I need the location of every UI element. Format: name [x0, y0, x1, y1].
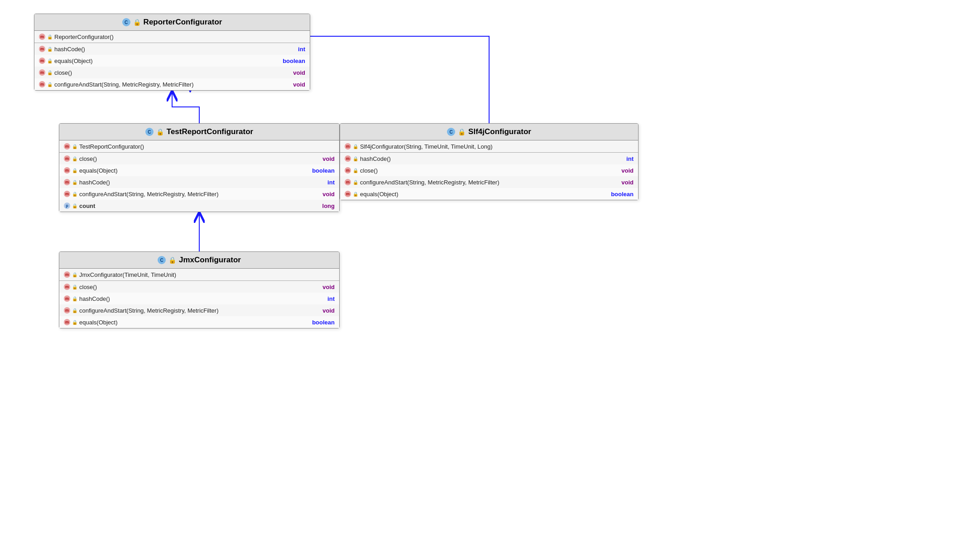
method-icon: m: [39, 81, 45, 87]
method-icon: m: [345, 143, 351, 150]
table-row: m 🔒 configureAndStart(String, MetricRegi…: [59, 188, 339, 200]
method-label: JmxConfigurator(TimeUnit, TimeUnit): [79, 271, 335, 278]
return-type: void: [621, 167, 634, 174]
table-row: m 🔒 equals(Object) boolean: [59, 164, 339, 176]
table-row: m 🔒 equals(Object) boolean: [340, 188, 638, 200]
method-icon: m: [39, 34, 45, 40]
table-row: m 🔒 equals(Object) boolean: [59, 316, 339, 328]
method-icon: m: [345, 179, 351, 185]
method-icon: m: [39, 46, 45, 52]
lock-small-icon: 🔒: [72, 168, 77, 173]
reporter-configurator-header: C 🔒 ReporterConfigurator: [34, 14, 310, 31]
class-c-icon: C: [447, 128, 455, 136]
method-label: Slf4jConfigurator(String, TimeUnit, Time…: [360, 143, 634, 150]
table-row: m 🔒 configureAndStart(String, MetricRegi…: [34, 78, 310, 90]
lock-icon: 🔒: [168, 256, 176, 264]
lock-small-icon: 🔒: [47, 34, 53, 39]
lock-small-icon: 🔒: [353, 144, 358, 149]
return-type: int: [327, 295, 335, 302]
lock-icon: 🔒: [133, 19, 141, 26]
return-type: boolean: [312, 167, 335, 174]
slf4j-configurator-header: C 🔒 Slf4jConfigurator: [340, 124, 638, 140]
slf4j-configurator-title: Slf4jConfigurator: [468, 127, 531, 136]
method-icon: m: [64, 307, 70, 314]
lock-small-icon: 🔒: [72, 296, 77, 301]
constructor-section: m 🔒 Slf4jConfigurator(String, TimeUnit, …: [340, 140, 638, 153]
method-icon: m: [64, 284, 70, 290]
return-type: int: [327, 179, 335, 186]
table-row: m 🔒 hashCode() int: [34, 43, 310, 55]
method-label: TestReportConfigurator(): [79, 143, 335, 150]
method-icon: m: [64, 155, 70, 162]
lock-small-icon: 🔒: [72, 179, 77, 185]
class-c-icon: C: [145, 128, 154, 136]
lock-small-icon: 🔒: [72, 272, 77, 277]
test-report-configurator-header: C 🔒 TestReportConfigurator: [59, 124, 339, 140]
return-type: long: [322, 203, 335, 209]
slf4j-configurator-class: C 🔒 Slf4jConfigurator m 🔒 Slf4jConfigura…: [340, 123, 639, 200]
table-row: m 🔒 close() void: [59, 281, 339, 293]
method-icon: m: [345, 167, 351, 174]
method-icon: m: [64, 271, 70, 278]
lock-small-icon: 🔒: [72, 144, 77, 149]
method-label: hashCode(): [54, 46, 296, 53]
method-icon: m: [345, 155, 351, 162]
method-label: close(): [79, 284, 321, 290]
lock-small-icon: 🔒: [72, 191, 77, 197]
test-report-configurator-title: TestReportConfigurator: [167, 127, 253, 136]
reporter-configurator-class: C 🔒 ReporterConfigurator m 🔒 ReporterCon…: [34, 14, 310, 91]
lock-small-icon: 🔒: [353, 168, 358, 173]
method-icon: m: [64, 319, 70, 325]
lock-small-icon: 🔒: [47, 58, 53, 63]
method-label: equals(Object): [54, 58, 281, 64]
method-icon: m: [64, 191, 70, 197]
jmx-configurator-class: C 🔒 JmxConfigurator m 🔒 JmxConfigurator(…: [59, 251, 340, 328]
jmx-configurator-header: C 🔒 JmxConfigurator: [59, 252, 339, 269]
table-row: m 🔒 equals(Object) boolean: [34, 55, 310, 67]
lock-small-icon: 🔒: [72, 156, 77, 161]
method-icon: m: [39, 69, 45, 76]
method-label: equals(Object): [79, 319, 310, 326]
method-icon: m: [64, 179, 70, 185]
method-label: ReporterConfigurator(): [54, 34, 305, 40]
table-row: m 🔒 ReporterConfigurator(): [34, 31, 310, 43]
table-row: m 🔒 Slf4jConfigurator(String, TimeUnit, …: [340, 140, 638, 152]
test-report-configurator-class: C 🔒 TestReportConfigurator m 🔒 TestRepor…: [59, 123, 340, 212]
table-row: m 🔒 hashCode() int: [340, 153, 638, 164]
methods-section: m 🔒 hashCode() int m 🔒 equals(Object) bo…: [34, 43, 310, 90]
table-row: m 🔒 close() void: [34, 67, 310, 78]
return-type: void: [322, 191, 335, 198]
return-type: int: [298, 46, 305, 53]
return-type: void: [293, 69, 305, 76]
table-row: m 🔒 close() void: [59, 153, 339, 164]
lock-icon: 🔒: [156, 128, 164, 135]
table-row: m 🔒 configureAndStart(String, MetricRegi…: [340, 176, 638, 188]
return-type: void: [322, 155, 335, 162]
lock-small-icon: 🔒: [72, 319, 77, 325]
return-type: void: [322, 307, 335, 314]
method-label: equals(Object): [360, 191, 609, 198]
lock-small-icon: 🔒: [72, 284, 77, 290]
method-icon: m: [345, 191, 351, 197]
method-label: configureAndStart(String, MetricRegistry…: [360, 179, 620, 186]
method-label: hashCode(): [79, 295, 326, 302]
return-type: void: [322, 284, 335, 290]
lock-small-icon: 🔒: [353, 156, 358, 161]
class-c-icon: C: [158, 256, 166, 264]
method-label: configureAndStart(String, MetricRegistry…: [79, 307, 321, 314]
table-row: m 🔒 TestReportConfigurator(): [59, 140, 339, 152]
table-row: m 🔒 hashCode() int: [59, 293, 339, 304]
reporter-configurator-title: ReporterConfigurator: [144, 18, 222, 27]
method-label: configureAndStart(String, MetricRegistry…: [79, 191, 321, 198]
lock-small-icon: 🔒: [47, 82, 53, 87]
return-type: void: [293, 81, 305, 88]
methods-section: m 🔒 hashCode() int m 🔒 close() void m 🔒 …: [340, 153, 638, 200]
lock-small-icon: 🔒: [353, 191, 358, 197]
method-label: close(): [54, 69, 291, 76]
jmx-configurator-title: JmxConfigurator: [179, 256, 241, 265]
method-label: hashCode(): [360, 155, 625, 162]
return-type: boolean: [611, 191, 634, 198]
lock-small-icon: 🔒: [72, 308, 77, 313]
class-c-icon: C: [122, 18, 130, 26]
return-type: int: [626, 155, 634, 162]
